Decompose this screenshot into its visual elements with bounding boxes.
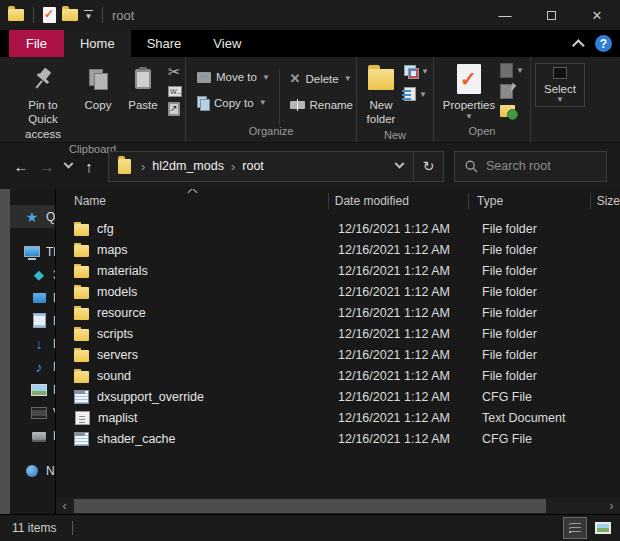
- sidebar-item-this-pc[interactable]: This PC: [10, 240, 55, 263]
- divider: [72, 521, 73, 535]
- rename-button[interactable]: Rename: [287, 97, 356, 113]
- scroll-right-icon[interactable]: ›: [603, 498, 620, 514]
- file-row[interactable]: cfg 12/16/2021 1:12 AM File folder: [56, 218, 620, 239]
- file-row[interactable]: models 12/16/2021 1:12 AM File folder: [56, 281, 620, 302]
- paste-button[interactable]: Paste: [120, 61, 166, 114]
- file-name: models: [97, 285, 137, 299]
- close-button[interactable]: ✕: [574, 0, 620, 30]
- details-view-icon: [569, 522, 581, 534]
- file-date-modified: 12/16/2021 1:12 AM: [332, 369, 474, 383]
- address-bar[interactable]: › hl2dm_mods › root ↻: [108, 151, 444, 182]
- address-dropdown-icon[interactable]: [385, 152, 413, 181]
- tab-share[interactable]: Share: [131, 30, 198, 57]
- tab-file[interactable]: File: [9, 30, 64, 57]
- file-row[interactable]: materials 12/16/2021 1:12 AM File folder: [56, 260, 620, 281]
- select-button[interactable]: Select ▼: [535, 63, 585, 107]
- sidebar-scrollbar[interactable]: [0, 189, 10, 514]
- move-to-button[interactable]: Move to ▼: [194, 69, 279, 85]
- file-row[interactable]: maplist 12/16/2021 1:12 AM Text Document: [56, 407, 620, 428]
- delete-button[interactable]: ✕ Delete ▼: [287, 69, 356, 88]
- file-icon: [74, 350, 89, 362]
- open-icon: [500, 63, 513, 78]
- thumbnails-view-button[interactable]: [592, 518, 614, 538]
- file-date-modified: 12/16/2021 1:12 AM: [332, 348, 474, 362]
- file-icon: [74, 371, 89, 383]
- horizontal-scrollbar[interactable]: ‹ ›: [56, 498, 620, 514]
- column-header-type[interactable]: Type: [469, 193, 591, 209]
- copy-path-icon: W...: [168, 86, 182, 97]
- sidebar-item-3d-objects[interactable]: ◆ 3D Objects: [10, 263, 55, 286]
- file-icon: [75, 411, 90, 425]
- file-icon: [74, 224, 89, 236]
- scrollbar-thumb[interactable]: [74, 499, 546, 513]
- divider: [102, 7, 103, 23]
- copy-button[interactable]: Copy: [76, 61, 120, 114]
- refresh-button[interactable]: ↻: [413, 152, 443, 181]
- pin-to-quick-access-button[interactable]: Pin to Quick access: [10, 61, 76, 143]
- back-button[interactable]: ←: [8, 158, 34, 175]
- chevron-down-icon: ▼: [556, 95, 564, 104]
- easy-access-icon: [404, 87, 416, 101]
- properties-qat-icon[interactable]: [43, 7, 56, 23]
- paste-shortcut-button[interactable]: [168, 102, 182, 116]
- column-headers: Name Date modified Type Size: [56, 189, 620, 213]
- sidebar-item-local-disk[interactable]: Local Disk: [10, 424, 55, 447]
- window-title: root: [112, 8, 134, 23]
- file-row[interactable]: dxsupport_override 12/16/2021 1:12 AM CF…: [56, 386, 620, 407]
- group-label-organize: Organize: [186, 125, 356, 142]
- tab-home[interactable]: Home: [64, 30, 131, 57]
- file-row[interactable]: sound 12/16/2021 1:12 AM File folder: [56, 365, 620, 386]
- qat-dropdown-icon[interactable]: ▼: [84, 10, 93, 21]
- new-folder-button[interactable]: New folder: [360, 61, 402, 129]
- chevron-down-icon: ▼: [465, 112, 473, 122]
- explorer-folder-icon: [8, 9, 24, 21]
- up-button[interactable]: ↑: [76, 158, 102, 175]
- file-date-modified: 12/16/2021 1:12 AM: [332, 390, 474, 404]
- sidebar-item-documents[interactable]: Documents: [10, 309, 55, 332]
- collapse-ribbon-icon[interactable]: [572, 39, 585, 52]
- help-icon[interactable]: ?: [595, 35, 612, 52]
- paste-label: Paste: [128, 98, 157, 112]
- sidebar-item-network[interactable]: Network: [10, 459, 55, 482]
- sidebar-item-music[interactable]: ♪ Music: [10, 355, 55, 378]
- search-box[interactable]: [454, 151, 607, 182]
- file-date-modified: 12/16/2021 1:12 AM: [332, 432, 474, 446]
- history-button[interactable]: [500, 105, 524, 117]
- ribbon-group-organize: Move to ▼ Copy to ▼ ✕ Delete ▼ Re: [186, 57, 357, 142]
- recent-locations-icon[interactable]: [60, 163, 76, 170]
- file-row[interactable]: scripts 12/16/2021 1:12 AM File folder: [56, 323, 620, 344]
- maximize-button[interactable]: [528, 0, 574, 30]
- new-item-button[interactable]: ▼: [404, 65, 429, 77]
- file-row[interactable]: maps 12/16/2021 1:12 AM File folder: [56, 239, 620, 260]
- forward-button[interactable]: →: [34, 158, 60, 175]
- sidebar-item-desktop[interactable]: Desktop: [10, 286, 55, 309]
- copy-to-button[interactable]: Copy to ▼: [194, 94, 279, 111]
- tab-view[interactable]: View: [197, 30, 257, 57]
- sidebar-item-quick-access[interactable]: ★ Quick access: [10, 205, 55, 228]
- copy-path-button[interactable]: W...: [168, 86, 182, 97]
- search-input[interactable]: [486, 159, 606, 173]
- file-name: scripts: [97, 327, 133, 341]
- minimize-button[interactable]: —: [482, 0, 528, 30]
- edit-button[interactable]: [500, 84, 524, 99]
- cut-button[interactable]: ✂: [168, 63, 182, 81]
- file-row[interactable]: servers 12/16/2021 1:12 AM File folder: [56, 344, 620, 365]
- breadcrumb-parent[interactable]: hl2dm_mods: [148, 159, 228, 173]
- column-header-size[interactable]: Size: [591, 193, 620, 209]
- breadcrumb-current[interactable]: root: [238, 159, 268, 173]
- video-icon: [31, 405, 47, 421]
- sidebar-item-videos[interactable]: Videos: [10, 401, 55, 424]
- open-button[interactable]: ▼: [500, 63, 524, 78]
- easy-access-button[interactable]: ▼: [404, 87, 429, 101]
- details-view-button[interactable]: [564, 518, 586, 538]
- sidebar-item-pictures[interactable]: Pictures: [10, 378, 55, 401]
- new-folder-qat-icon[interactable]: [62, 9, 78, 21]
- ribbon-group-select: Select ▼: [531, 57, 620, 142]
- properties-button[interactable]: Properties ▼: [440, 61, 498, 124]
- file-row[interactable]: resource 12/16/2021 1:12 AM File folder: [56, 302, 620, 323]
- sidebar-item-downloads[interactable]: ↓ Downloads: [10, 332, 55, 355]
- column-header-date-modified[interactable]: Date modified: [329, 193, 469, 209]
- copy-to-icon: [197, 96, 209, 109]
- scroll-left-icon[interactable]: ‹: [56, 498, 73, 514]
- file-row[interactable]: shader_cache 12/16/2021 1:12 AM CFG File: [56, 428, 620, 449]
